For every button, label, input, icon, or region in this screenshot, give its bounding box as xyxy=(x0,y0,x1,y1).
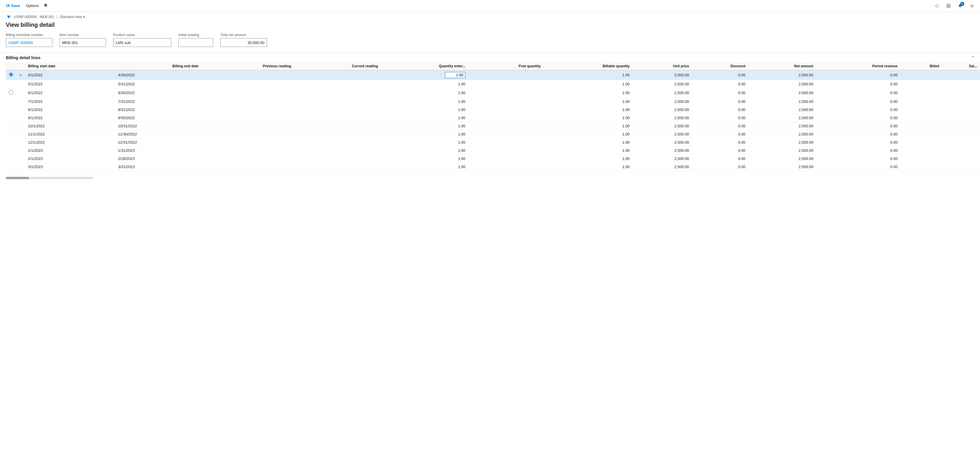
cell-unit-price: 2,500.00 xyxy=(633,122,692,130)
layout-icon-button[interactable] xyxy=(944,1,953,11)
view-label: Standard view xyxy=(60,15,82,19)
cell-billable-qty: 1.00 xyxy=(544,80,632,88)
cell-unit-price: 2,500.00 xyxy=(633,80,692,88)
refresh-button[interactable] xyxy=(967,1,977,11)
cell-unit-price: 2,500.00 xyxy=(633,88,692,98)
col-qty-entered: Quantity enter... xyxy=(381,62,468,70)
cell-billed xyxy=(900,146,942,155)
cell-billable-qty: 1.00 xyxy=(544,106,632,114)
cell-discount: 0.00 xyxy=(692,88,748,98)
cell-billed xyxy=(900,122,942,130)
cell-qty-entered: 1.00 xyxy=(381,122,468,130)
diamond-icon-button[interactable]: ◇ xyxy=(932,1,942,11)
save-button[interactable]: Save xyxy=(3,2,22,9)
cell-end-date: 4/30/2022 xyxy=(115,70,201,80)
breadcrumb-view[interactable]: Standard view ▾ xyxy=(60,15,85,19)
cell-end-date: 12/31/2022 xyxy=(115,138,201,146)
total-net-amount-group: Total net amount xyxy=(220,33,267,47)
row-radio[interactable] xyxy=(9,90,13,95)
cell-curr-reading xyxy=(294,155,381,163)
cell-billable-qty: 1.00 xyxy=(544,122,632,130)
options-button[interactable]: Options xyxy=(23,2,41,9)
cell-qty-entered: 1.00 xyxy=(381,146,468,155)
cell-sal xyxy=(942,163,980,171)
col-prev-reading: Previous reading xyxy=(201,62,294,70)
search-button[interactable] xyxy=(42,2,50,10)
cell-billable-qty: 1.00 xyxy=(544,114,632,122)
col-unit-price: Unit price xyxy=(633,62,692,70)
cell-net-amount: 2,500.00 xyxy=(748,138,816,146)
cell-net-amount: 2,500.00 xyxy=(748,70,816,80)
cell-period-revenue: 0.00 xyxy=(816,122,900,130)
col-period-revenue: Period revenue xyxy=(816,62,900,70)
initial-reading-input[interactable] xyxy=(178,38,213,47)
cell-unit-price: 2,500.00 xyxy=(633,146,692,155)
col-refresh xyxy=(16,62,25,70)
cell-free-qty xyxy=(468,70,544,80)
product-name-group: Product name xyxy=(113,33,171,47)
total-net-amount-input[interactable] xyxy=(220,38,267,47)
cell-curr-reading xyxy=(294,163,381,171)
cell-unit-price: 2,500.00 xyxy=(633,163,692,171)
cell-net-amount: 2,500.00 xyxy=(748,155,816,163)
cell-discount: 0.00 xyxy=(692,114,748,122)
cell-curr-reading xyxy=(294,80,381,88)
cell-free-qty xyxy=(468,88,544,98)
cell-free-qty xyxy=(468,122,544,130)
cell-start-date: 7/1/2022 xyxy=(25,98,115,106)
item-number-input[interactable] xyxy=(59,38,106,47)
cell-start-date: 6/1/2022 xyxy=(25,88,115,98)
cell-start-date: 1/1/2023 xyxy=(25,146,115,155)
collapse-button[interactable]: ⌃ xyxy=(971,56,974,60)
cell-sal xyxy=(942,98,980,106)
cell-qty-entered: 1.00 xyxy=(381,80,468,88)
cell-prev-reading xyxy=(201,98,294,106)
table-row: 11/1/202211/30/20221.001.002,500.000.002… xyxy=(6,130,980,138)
cell-period-revenue: 0.00 xyxy=(816,88,900,98)
cell-end-date: 11/30/2022 xyxy=(115,130,201,138)
cell-sal xyxy=(942,122,980,130)
cell-curr-reading xyxy=(294,138,381,146)
table-row: 6/1/20226/30/20221.001.002,500.000.002,5… xyxy=(6,88,980,98)
cell-sal xyxy=(942,80,980,88)
qty-input[interactable] xyxy=(445,72,465,78)
cell-prev-reading xyxy=(201,155,294,163)
cell-sal xyxy=(942,70,980,80)
cell-discount: 0.00 xyxy=(692,122,748,130)
cell-period-revenue: 0.00 xyxy=(816,106,900,114)
cell-qty-entered: 1.00 xyxy=(381,114,468,122)
cell-start-date: 12/1/2022 xyxy=(25,138,115,146)
billing-schedule-input[interactable] xyxy=(6,38,52,47)
cell-net-amount: 2,500.00 xyxy=(748,88,816,98)
cell-start-date: 5/1/2022 xyxy=(25,80,115,88)
notification-button[interactable]: 0 xyxy=(956,1,965,11)
cell-discount: 0.00 xyxy=(692,80,748,88)
cell-qty-entered[interactable] xyxy=(381,70,468,80)
cell-prev-reading xyxy=(201,80,294,88)
cell-billable-qty: 1.00 xyxy=(544,146,632,155)
col-billing-start: Billing start date xyxy=(25,62,115,70)
scrollbar-thumb[interactable] xyxy=(6,177,29,179)
top-bar: Save Options ◇ 0 xyxy=(0,0,980,12)
table-row: 3/1/20233/31/20231.001.002,500.000.002,5… xyxy=(6,163,980,171)
cell-sal xyxy=(942,114,980,122)
table-row: 9/1/20229/30/20221.001.002,500.000.002,5… xyxy=(6,114,980,122)
page-header: USMF-000056 : MKB-301 | Standard view ▾ … xyxy=(0,12,980,28)
row-radio[interactable] xyxy=(9,72,13,77)
cell-free-qty xyxy=(468,163,544,171)
breadcrumb: USMF-000056 : MKB-301 | Standard view ▾ xyxy=(6,14,974,20)
col-billed: Billed xyxy=(900,62,942,70)
cell-discount: 0.00 xyxy=(692,130,748,138)
cell-qty-entered: 1.00 xyxy=(381,106,468,114)
product-name-input[interactable] xyxy=(113,38,171,47)
cell-net-amount: 2,500.00 xyxy=(748,122,816,130)
cell-discount: 0.00 xyxy=(692,70,748,80)
cell-unit-price: 2,500.00 xyxy=(633,130,692,138)
filter-button[interactable] xyxy=(6,14,12,20)
cell-free-qty xyxy=(468,155,544,163)
cell-period-revenue: 0.00 xyxy=(816,114,900,122)
cell-billed xyxy=(900,155,942,163)
cell-end-date: 1/31/2023 xyxy=(115,146,201,155)
options-label: Options xyxy=(25,3,39,8)
cell-start-date: 10/1/2022 xyxy=(25,122,115,130)
